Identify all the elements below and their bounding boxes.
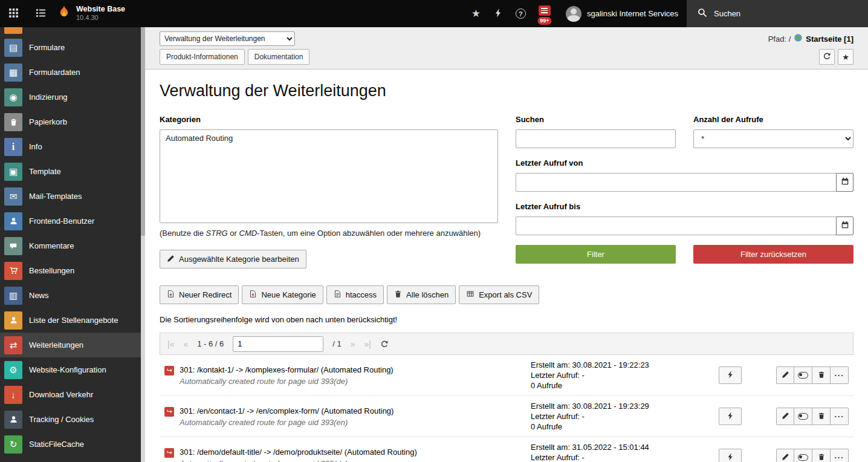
sidebar-item-template[interactable]: ▣ Template: [0, 159, 145, 184]
avatar: [566, 6, 581, 22]
sidebar-item-kommentare[interactable]: Kommentare: [0, 233, 145, 258]
edit-category-button[interactable]: Ausgewählte Kategorie bearbeiten: [160, 250, 306, 268]
test-redirect-button[interactable]: [719, 408, 742, 425]
record-call-count: 0 Aufrufe: [531, 421, 719, 432]
record-title[interactable]: 301: /demo/default-title/ -> /demo/produ…: [180, 447, 417, 457]
sidebar-item-stellenangebote[interactable]: Liste der Stellenangebote: [0, 308, 145, 333]
sidebar-item-formulardaten[interactable]: ▦ Formulardaten: [0, 60, 145, 85]
delete-record-button[interactable]: [812, 449, 831, 462]
product-title: Website Base 10.4.30: [76, 5, 125, 22]
toggle-visibility-button[interactable]: [794, 366, 812, 384]
search-input[interactable]: [516, 129, 676, 148]
record-subtitle: Automatically created route for page uid…: [180, 377, 394, 386]
file-icon: [334, 290, 342, 300]
last-call-from-input[interactable]: [516, 173, 836, 192]
pencil-icon: [782, 371, 789, 380]
list-toggle-button[interactable]: [27, 0, 54, 27]
notifications-button[interactable]: 99+: [532, 0, 557, 27]
page-title: Verwaltung der Weiterleitungen: [160, 82, 853, 100]
edit-record-button[interactable]: [776, 449, 794, 462]
current-page-label[interactable]: Startseite [1]: [806, 34, 853, 44]
delete-record-button[interactable]: [812, 366, 831, 384]
sidebar-item-tracking-cookies[interactable]: Tracking / Cookies: [0, 407, 145, 432]
sidebar-item-mail-templates[interactable]: ✉ Mail-Templates: [0, 184, 145, 209]
record-text: 301: /en/contact-1/ -> /en/complex-form/…: [180, 406, 394, 427]
sidebar-item-formulare[interactable]: ▤ Formulare: [0, 35, 145, 60]
delete-record-button[interactable]: [812, 408, 831, 425]
record-meta: Erstellt am: 31.05.2022 - 15:01:44 Letzt…: [531, 442, 719, 462]
more-options-button[interactable]: ···: [831, 449, 849, 462]
bolt-icon: [727, 370, 734, 381]
filter-button[interactable]: Filter: [516, 245, 676, 264]
more-options-button[interactable]: ···: [831, 366, 849, 384]
topbar: Website Base 10.4.30 ★ ? 99+ sga: [0, 0, 868, 27]
new-category-button[interactable]: Neue Kategorie: [242, 285, 323, 304]
module-body: Verwaltung der Weiterleitungen Kategorie…: [145, 70, 868, 462]
sidebar-item-bestellungen[interactable]: Bestellungen: [0, 258, 145, 283]
record-call-count: 0 Aufrufe: [531, 380, 719, 391]
toggle-visibility-button[interactable]: [794, 449, 812, 462]
edit-record-button[interactable]: [776, 366, 794, 384]
sidebar-scrollbar[interactable]: [141, 27, 145, 462]
record-title[interactable]: 301: /kontakt-1/ -> /komplexes-formular/…: [180, 365, 394, 374]
last-call-to-input[interactable]: [516, 216, 836, 235]
toggle-visibility-button[interactable]: [794, 408, 812, 425]
last-call-from-calendar-button[interactable]: [836, 173, 853, 192]
sidebar-item-partial[interactable]: [0, 27, 145, 35]
record-title[interactable]: 301: /en/contact-1/ -> /en/complex-form/…: [180, 406, 394, 415]
sidebar-item-staticfilecache[interactable]: ↻ StaticFileCache: [0, 432, 145, 457]
reload-button[interactable]: [819, 49, 835, 65]
brand-logo[interactable]: Website Base 10.4.30: [54, 0, 132, 27]
sidebar-item-indizierung[interactable]: ◉ Indizierung: [0, 85, 145, 109]
product-info-button[interactable]: Produkt-Informationen: [160, 49, 245, 65]
export-csv-button[interactable]: Export als CSV: [459, 285, 539, 304]
calls-select[interactable]: *: [693, 129, 853, 148]
record-text: 301: /kontakt-1/ -> /komplexes-formular/…: [180, 365, 394, 386]
search-label: Suchen: [516, 115, 676, 124]
test-redirect-button[interactable]: [719, 449, 742, 462]
bookmarks-button[interactable]: ★: [465, 0, 487, 27]
module-menu-button[interactable]: [0, 0, 27, 27]
global-search[interactable]: Suchen: [687, 0, 868, 27]
page-number-input[interactable]: [233, 336, 323, 352]
edit-record-button[interactable]: [776, 408, 794, 425]
user-menu[interactable]: sgalinski Internet Services: [557, 0, 687, 27]
documentation-button[interactable]: Dokumentation: [248, 49, 310, 65]
new-redirect-button[interactable]: Neuer Redirect: [160, 285, 239, 304]
last-call-to-calendar-button[interactable]: [836, 216, 853, 235]
help-button[interactable]: ?: [510, 0, 532, 27]
more-options-button[interactable]: ···: [831, 408, 849, 425]
sidebar-item-news[interactable]: ▥ News: [0, 283, 145, 308]
app-window: Website Base 10.4.30 ★ ? 99+ sga: [0, 0, 868, 462]
sidebar-item-papierkorb[interactable]: Papierkorb: [0, 109, 145, 134]
htaccess-button[interactable]: htaccess: [326, 285, 384, 304]
shortcut-button[interactable]: ★: [838, 49, 853, 65]
test-redirect-button[interactable]: [719, 366, 742, 384]
trash-icon: [818, 412, 825, 421]
first-page-icon[interactable]: |«: [167, 339, 174, 349]
redirect-list: ↪ 301: /kontakt-1/ -> /komplexes-formula…: [160, 355, 853, 462]
new-record-icon: [167, 290, 175, 300]
redirect-icon: ⇄: [4, 336, 22, 354]
next-page-icon[interactable]: »: [351, 339, 355, 349]
record-actions: ···: [776, 408, 849, 425]
sidebar-item-download-verkehr[interactable]: ↓ Download Verkehr: [0, 382, 145, 407]
filter-reset-button[interactable]: Filter zurücksetzen: [693, 245, 853, 264]
last-page-icon[interactable]: »|: [364, 339, 371, 349]
category-option[interactable]: Automated Routing: [160, 132, 497, 145]
pencil-icon: [782, 453, 789, 462]
sidebar-item-frontend-benutzer[interactable]: Frontend-Benutzer: [0, 209, 145, 233]
action-toolbar: Neuer Redirect Neue Kategorie htaccess: [160, 285, 853, 304]
clear-cache-button[interactable]: [487, 0, 510, 27]
sidebar-item-website-konfiguration[interactable]: ⚙ Website-Konfiguration: [0, 357, 145, 382]
bolt-icon: [727, 452, 734, 462]
sidebar-item-weiterleitungen[interactable]: ⇄ Weiterleitungen: [0, 333, 145, 357]
categories-listbox[interactable]: Automated Routing: [160, 129, 498, 223]
delete-all-button[interactable]: Alle löschen: [387, 285, 456, 304]
record-last-call: Letzter Aufruf: -: [531, 411, 719, 421]
module-function-select[interactable]: Verwaltung der Weiterleitungen: [160, 31, 295, 46]
sidebar-item-info[interactable]: i Info: [0, 134, 145, 159]
refresh-list-button[interactable]: [380, 340, 389, 348]
shortcut-star-icon: ★: [842, 53, 849, 61]
previous-page-icon[interactable]: «: [183, 339, 188, 349]
